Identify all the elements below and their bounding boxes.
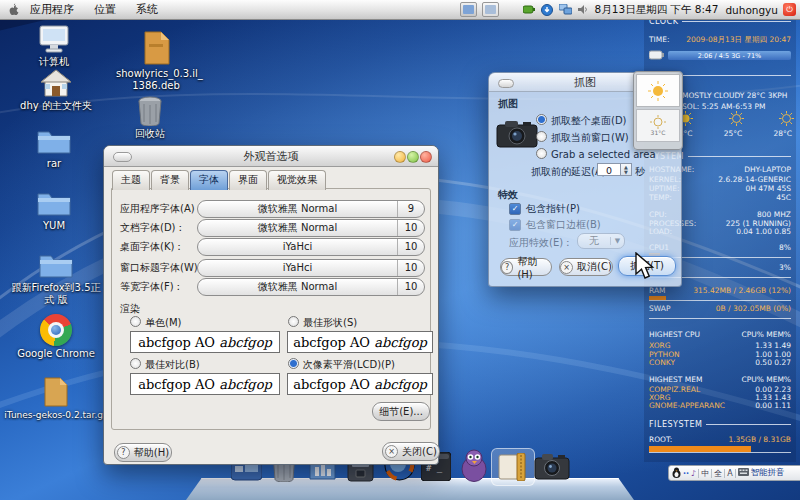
- desktop-icon-firefox-folder[interactable]: 跟新Firefox到3.5正式 版: [10, 250, 102, 305]
- forecast-temp: 25°C: [724, 129, 743, 138]
- dock-item-screenshot-camera[interactable]: [534, 450, 570, 485]
- tab-interface[interactable]: 界面: [229, 170, 267, 190]
- ram-bar: [649, 296, 791, 301]
- tab-background[interactable]: 背景: [151, 170, 189, 190]
- battery-tray-icon[interactable]: [523, 4, 536, 16]
- shutdown-icon[interactable]: ⏻: [783, 3, 796, 16]
- forecast-temp: 28°C: [773, 129, 792, 138]
- folder-icon: [20, 188, 88, 218]
- appearance-window-title: 外观首选项: [244, 149, 299, 164]
- dock-item-archive-manager[interactable]: [497, 453, 527, 485]
- menubar-username[interactable]: duhongyu: [725, 4, 778, 16]
- tasklist-window-button[interactable]: [460, 2, 477, 17]
- document-font-button[interactable]: 微软雅黑 Normal10: [197, 219, 425, 237]
- details-button[interactable]: 细节(E)...: [372, 402, 430, 421]
- menu-system[interactable]: 系统: [126, 2, 168, 17]
- window-title-font-button[interactable]: iYaHci10: [197, 259, 425, 277]
- weather-applet[interactable]: 31°C: [633, 71, 683, 150]
- archive-icon: [4, 376, 108, 408]
- desktop-font-button[interactable]: iYaHci10: [197, 238, 425, 256]
- scim-mode-icon[interactable]: 中: [701, 468, 709, 479]
- radio-best-shapes[interactable]: 最佳形状(S): [288, 316, 357, 330]
- menubar-clock[interactable]: 8月13日星期四 下午 8:47: [595, 3, 719, 17]
- scim-input-bar[interactable]: ·· ♪ 中 全 A 智能拼音: [668, 465, 800, 481]
- desktop-icon-home-folder[interactable]: dhy 的主文件夹: [18, 68, 94, 112]
- desktop-icon-rar[interactable]: rar: [20, 126, 88, 170]
- desktop-icon-itunes-archive[interactable]: iTunes-gekos-0.2.tar.gz: [4, 376, 108, 420]
- checkbox-include-border[interactable]: ✓包含窗口边框(B): [509, 218, 601, 232]
- scim-method-label: 智能拼音: [751, 467, 785, 479]
- appearance-help-button[interactable]: ?帮助(H): [114, 443, 172, 462]
- rendering-section-title: 渲染: [120, 302, 140, 316]
- appearance-close-button[interactable]: ×关闭(C): [382, 442, 440, 461]
- desktop-icon-trash[interactable]: 回收站: [118, 96, 182, 140]
- conky-conditions: MOSTLY CLOUDY 28°C 3KPH: [682, 91, 791, 100]
- grab-delay-spinner[interactable]: 0▲▼: [597, 163, 632, 176]
- checkbox-include-pointer[interactable]: ✓包含指针(P): [509, 202, 580, 216]
- radio-best-contrast[interactable]: 最佳对比(B): [130, 358, 200, 372]
- desktop-icon-yum[interactable]: YUM: [20, 188, 88, 232]
- tasklist-window-button[interactable]: [482, 2, 499, 17]
- conky-battery-row: 2:06 / 4:5 3G - 71%: [649, 49, 791, 62]
- spin-down-icon: ▼: [624, 170, 628, 175]
- scim-punct-icon[interactable]: A: [727, 469, 732, 478]
- applet-temp: 31°C: [651, 129, 666, 136]
- battery-device-icon: [649, 49, 665, 62]
- network-tray-icon[interactable]: [559, 4, 572, 16]
- update-notifier-icon[interactable]: [541, 4, 554, 16]
- maximize-button[interactable]: [407, 151, 419, 163]
- desktop-icon-deb-package[interactable]: showlyrics_0.3.il_ 1386.deb: [116, 30, 196, 91]
- volume-tray-icon[interactable]: [577, 4, 590, 16]
- tab-visual-effects[interactable]: 视觉效果: [268, 170, 326, 190]
- monospace-font-button[interactable]: 微软雅黑 Normal10: [197, 278, 425, 296]
- computer-icon: [20, 24, 88, 54]
- apple-menu-icon[interactable]: [8, 3, 20, 16]
- desktop: 应用程序 位置 系统 8月13日星期四 下午 8:47 duhongyu ⏻ 计…: [0, 0, 800, 500]
- grab-section-title: 抓图: [498, 97, 518, 111]
- tab-theme[interactable]: 主题: [112, 170, 150, 190]
- screenshot-cancel-button[interactable]: ×取消(C): [559, 258, 613, 276]
- weather-photo-sun: [636, 74, 680, 107]
- close-button[interactable]: [420, 151, 432, 163]
- apply-effect-label: 应用特效(E)：: [509, 236, 573, 250]
- scim-pinyin-icon[interactable]: ♪: [691, 469, 696, 478]
- application-font-button[interactable]: 微软雅黑 Normal9: [197, 200, 425, 218]
- swap-bar: [649, 314, 791, 319]
- tab-fonts[interactable]: 字体: [190, 170, 228, 190]
- dock-item-pidgin[interactable]: [459, 448, 490, 486]
- delay-unit-label: 秒: [635, 165, 645, 179]
- screenshot-window-title: 抓图: [574, 75, 596, 90]
- titlebar-menu-pill[interactable]: [498, 79, 514, 88]
- appearance-titlebar[interactable]: 外观首选项: [104, 146, 438, 167]
- conky-filesystem-header: FILESYSTEM: [649, 420, 702, 429]
- dropdown-arrow-icon: ▼: [610, 237, 624, 245]
- fonts-tab-panel: 应用程序字体(A)： 微软雅黑 Normal9 文档字体(D)： 微软雅黑 No…: [111, 188, 431, 430]
- sun-icon: [779, 111, 794, 128]
- scim-dots-icon[interactable]: ··: [683, 469, 689, 478]
- radio-grab-current-window[interactable]: 抓取当前窗口(W): [536, 131, 629, 145]
- effects-section-title: 特效: [498, 188, 518, 202]
- radio-grab-whole-desktop[interactable]: 抓取整个桌面(D): [536, 114, 627, 128]
- apply-effect-dropdown[interactable]: 无▼: [577, 233, 625, 249]
- font-preview-best-shapes: abcfgop AO abcfgop: [287, 331, 433, 353]
- conky-sun-times: SOL: 5:25 AM-6:53 PM: [682, 102, 791, 111]
- titlebar-menu-pill[interactable]: [113, 152, 132, 162]
- minimize-button[interactable]: [394, 151, 406, 163]
- battery-bar: 2:06 / 4:5 3G - 71%: [668, 51, 791, 60]
- tux-icon[interactable]: [672, 467, 681, 480]
- desktop-icon-computer[interactable]: 计算机: [20, 24, 88, 68]
- radio-subpixel-lcd[interactable]: 次像素平滑(LCD)(P): [288, 358, 395, 372]
- chrome-icon: [14, 314, 98, 346]
- scim-width-icon[interactable]: 全: [714, 468, 722, 479]
- desktop-icon-google-chrome[interactable]: Google Chrome: [14, 314, 98, 360]
- radio-monochrome[interactable]: 单色(M): [130, 316, 181, 330]
- menu-applications[interactable]: 应用程序: [20, 2, 84, 17]
- appearance-tabs: 主题 背景 字体 界面 视觉效果: [112, 170, 327, 190]
- menubar: 应用程序 位置 系统 8月13日星期四 下午 8:47 duhongyu ⏻: [0, 0, 800, 20]
- screenshot-help-button[interactable]: ?帮助(H): [500, 258, 552, 276]
- keyboard-icon[interactable]: [738, 468, 749, 478]
- menu-places[interactable]: 位置: [84, 2, 126, 17]
- mouse-cursor: [634, 252, 656, 286]
- font-preview-best-contrast: abcfgop AO abcfgop: [130, 373, 280, 395]
- font-preview-monochrome: abcfgop AO abcfgop: [130, 331, 280, 353]
